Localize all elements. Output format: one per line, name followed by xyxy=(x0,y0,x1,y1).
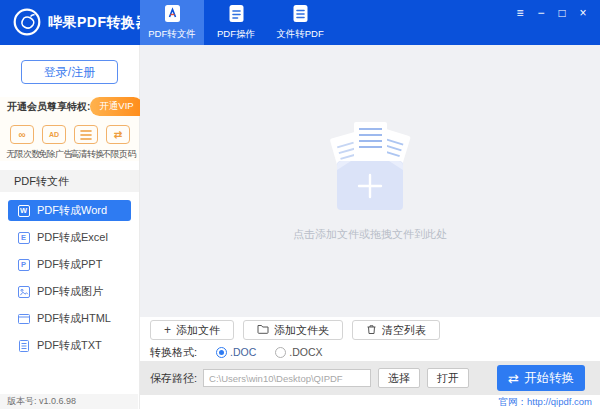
radio-doc[interactable]: .DOC xyxy=(216,346,256,358)
tab-label: PDF转文件 xyxy=(148,28,196,41)
main-tabs: PDF转文件 PDF操作 xyxy=(140,0,332,45)
ppt-icon: P xyxy=(17,258,30,271)
image-icon xyxy=(17,285,30,298)
version-label: 版本号: v1.0.6.98 xyxy=(0,394,138,409)
excel-icon: E xyxy=(17,231,30,244)
sidebar-item-pdf-to-ppt[interactable]: P PDF转成PPT xyxy=(8,254,131,275)
open-path-button[interactable]: 打开 xyxy=(427,368,469,388)
window-controls: ≡ − □ × xyxy=(513,5,590,21)
choose-path-button[interactable]: 选择 xyxy=(378,368,420,388)
plus-icon: + xyxy=(164,325,171,335)
unlimited-pages-icon: ⇄ xyxy=(106,125,130,144)
sidebar-item-pdf-to-excel[interactable]: E PDF转成Excel xyxy=(8,227,131,248)
add-file-button[interactable]: + 添加文件 xyxy=(150,320,234,340)
menu-icon[interactable]: ≡ xyxy=(513,5,527,21)
perk-unlimited-count: ∞ 无限次数 xyxy=(6,125,38,161)
word-icon: W xyxy=(17,204,30,217)
sidebar-item-pdf-to-image[interactable]: PDF转成图片 xyxy=(8,281,131,302)
pdf-edit-icon xyxy=(228,4,245,25)
sidebar-item-pdf-to-txt[interactable]: PDF转成TXT xyxy=(8,335,131,356)
convert-arrows-icon: ⇄ xyxy=(508,371,519,386)
open-vip-button[interactable]: 开通VIP xyxy=(90,97,142,116)
tab-pdf-to-file[interactable]: PDF转文件 xyxy=(140,0,204,45)
add-folder-button[interactable]: 添加文件夹 xyxy=(243,320,343,340)
vip-section: 开通会员尊享特权: 开通VIP ∞ 无限次数 AD 免除广告 xyxy=(0,97,139,161)
official-website-link[interactable]: 官网：http://qipdf.com xyxy=(499,395,592,409)
close-button[interactable]: × xyxy=(576,5,590,21)
perk-no-ads: AD 免除广告 xyxy=(38,125,70,161)
sidebar-section-title: PDF转文件 xyxy=(0,170,139,192)
format-label: 转换格式: xyxy=(150,345,197,360)
radio-docx[interactable]: .DOCX xyxy=(275,346,322,358)
file-to-pdf-icon xyxy=(292,4,309,25)
vip-title: 开通会员尊享特权: xyxy=(7,100,90,114)
pdf-file-icon xyxy=(164,4,181,25)
sidebar: 登录/注册 开通会员尊享特权: 开通VIP ∞ 无限次数 AD 免除广告 xyxy=(0,45,140,409)
perk-unlimited-pages: ⇄ 不限页码 xyxy=(102,125,134,161)
app-logo xyxy=(13,8,41,36)
sidebar-item-pdf-to-word[interactable]: W PDF转成Word xyxy=(8,200,131,221)
titlebar: 哔果PDF转换器 PDF转文件 xyxy=(0,0,600,45)
add-files-illustration xyxy=(318,120,422,214)
dropzone-hint: 点击添加文件或拖拽文件到此处 xyxy=(293,227,447,242)
txt-icon xyxy=(17,339,30,352)
clear-list-button[interactable]: 清空列表 xyxy=(352,320,440,340)
file-actions-row: + 添加文件 添加文件夹 清空列表 xyxy=(140,317,600,343)
tab-label: 文件转PDF xyxy=(276,28,324,41)
save-path-bar: 保存路径: 选择 打开 ⇄ 开始转换 xyxy=(140,361,600,395)
footer: 官网：http://qipdf.com xyxy=(140,395,600,409)
start-convert-button[interactable]: ⇄ 开始转换 xyxy=(497,365,585,391)
sidebar-item-pdf-to-html[interactable]: PDF转成HTML xyxy=(8,308,131,329)
strawberry-logo-icon xyxy=(13,8,41,36)
save-path-label: 保存路径: xyxy=(150,371,197,386)
radio-button-doc[interactable] xyxy=(216,347,227,358)
minimize-button[interactable]: − xyxy=(534,5,548,21)
html-icon xyxy=(17,312,30,325)
perk-hd-convert: 高清转换 xyxy=(70,125,102,161)
radio-button-docx[interactable] xyxy=(275,347,286,358)
hd-convert-icon xyxy=(74,125,98,144)
tab-file-to-pdf[interactable]: 文件转PDF xyxy=(268,0,332,45)
trash-icon xyxy=(366,324,377,337)
vip-perks: ∞ 无限次数 AD 免除广告 xyxy=(5,125,134,161)
file-dropzone[interactable]: 点击添加文件或拖拽文件到此处 xyxy=(140,45,600,317)
maximize-button[interactable]: □ xyxy=(555,5,569,21)
main-panel: 点击添加文件或拖拽文件到此处 + 添加文件 添加文件夹 清空列表 xyxy=(140,45,600,409)
infinity-icon: ∞ xyxy=(10,125,34,144)
no-ads-icon: AD xyxy=(42,125,66,144)
tab-pdf-operations[interactable]: PDF操作 xyxy=(204,0,268,45)
folder-icon xyxy=(257,324,269,336)
save-path-input[interactable] xyxy=(203,369,371,387)
format-row: 转换格式: .DOC .DOCX xyxy=(140,343,600,361)
tab-label: PDF操作 xyxy=(217,28,255,41)
sidebar-nav: W PDF转成Word E PDF转成Excel P PDF转成PPT xyxy=(0,192,139,356)
app-title: 哔果PDF转换器 xyxy=(48,0,150,45)
login-register-button[interactable]: 登录/注册 xyxy=(21,60,118,84)
